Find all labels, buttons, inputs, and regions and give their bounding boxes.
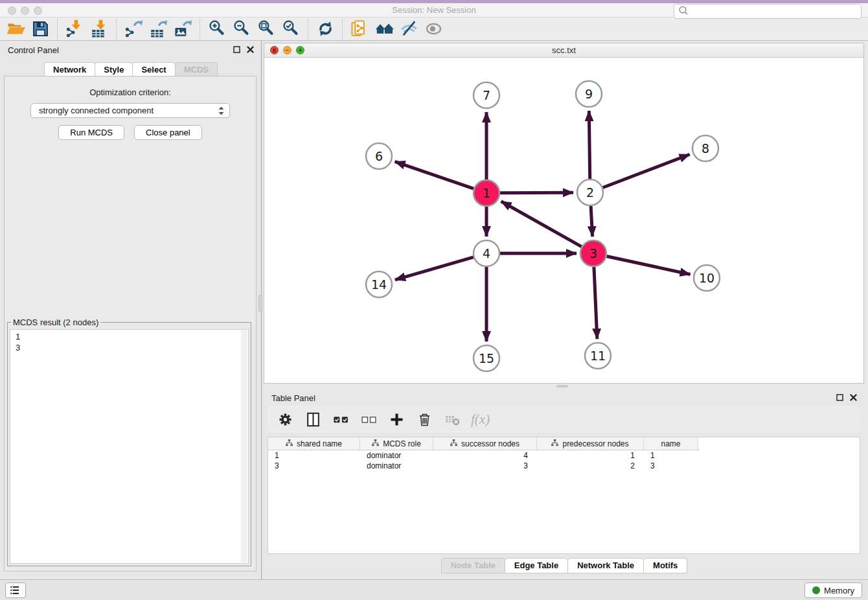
- table-cell[interactable]: 3: [433, 461, 537, 470]
- table-row[interactable]: 1dominator411: [268, 450, 860, 461]
- horizontal-splitter-handle[interactable]: [556, 385, 568, 387]
- close-table-panel-icon[interactable]: [849, 393, 858, 402]
- table-cell[interactable]: 1: [268, 451, 360, 460]
- open-network-file-icon[interactable]: [347, 18, 372, 40]
- graph-edge-4-14[interactable]: [395, 257, 474, 280]
- delete-table-icon: [443, 410, 461, 428]
- delete-column-icon[interactable]: [415, 410, 433, 428]
- graph-node-3[interactable]: 3: [580, 240, 606, 266]
- graph-node-2[interactable]: 2: [577, 179, 603, 205]
- table-cell[interactable]: 2: [537, 461, 644, 470]
- node-table: shared nameMCDS rolesuccessor nodesprede…: [268, 437, 860, 554]
- table-tab-motifs[interactable]: Motifs: [643, 558, 687, 573]
- deselect-all-rows-icon[interactable]: [360, 410, 378, 428]
- zoom-out-icon[interactable]: [229, 18, 254, 40]
- zoom-fit-icon[interactable]: [254, 18, 279, 40]
- result-scrollbar[interactable]: [241, 330, 247, 562]
- task-history-button[interactable]: [5, 583, 26, 598]
- table-panel-title: Table Panel: [271, 393, 315, 403]
- graph-edge-3-1[interactable]: [501, 202, 582, 247]
- column-header-shared-name[interactable]: shared name: [268, 437, 360, 450]
- graph-node-label: 9: [585, 87, 593, 101]
- float-table-panel-icon[interactable]: [836, 393, 844, 402]
- column-header-label: predecessor nodes: [562, 439, 628, 448]
- table-cell[interactable]: 3: [268, 461, 360, 470]
- maximize-window-button[interactable]: [34, 6, 42, 15]
- horizontal-splitter[interactable]: [264, 384, 864, 389]
- import-network-icon[interactable]: [62, 18, 87, 40]
- table-tabs: Node TableEdge TableNetwork TableMotifs: [264, 558, 864, 573]
- close-panel-button[interactable]: Close panel: [134, 125, 202, 140]
- graph-edge-2-3[interactable]: [591, 206, 593, 237]
- table-tab-node-table[interactable]: Node Table: [441, 558, 505, 573]
- select-all-rows-icon[interactable]: [332, 410, 350, 428]
- add-column-icon[interactable]: [387, 410, 405, 428]
- graph-edge-2-8[interactable]: [603, 154, 690, 187]
- close-panel-icon[interactable]: [246, 45, 255, 54]
- graph-node-4[interactable]: 4: [474, 240, 499, 266]
- run-mcds-button[interactable]: Run MCDS: [58, 125, 124, 140]
- graph-node-6[interactable]: 6: [366, 143, 392, 169]
- float-panel-icon[interactable]: [233, 45, 241, 54]
- save-session-icon[interactable]: [28, 18, 52, 40]
- table-cell[interactable]: dominator: [360, 451, 433, 460]
- export-image-icon[interactable]: [170, 18, 195, 40]
- network-graph-canvas[interactable]: 7968124314101511: [264, 58, 863, 383]
- vertical-splitter-handle[interactable]: [258, 295, 262, 312]
- home-icon[interactable]: [372, 18, 396, 40]
- network-close-button[interactable]: x: [270, 46, 279, 54]
- table-tab-edge-table[interactable]: Edge Table: [505, 558, 568, 573]
- table-cell[interactable]: 4: [433, 451, 537, 460]
- column-visibility-icon[interactable]: [304, 410, 322, 428]
- graph-node-9[interactable]: 9: [576, 81, 602, 107]
- network-minimize-button[interactable]: −: [283, 46, 291, 54]
- function-builder-icon: f(x): [471, 411, 490, 428]
- open-session-icon[interactable]: [3, 18, 28, 40]
- memory-button-label: Memory: [824, 586, 854, 595]
- import-table-icon[interactable]: [87, 18, 111, 40]
- hide-graphics-details-icon[interactable]: [396, 18, 421, 40]
- column-header-MCDS-role[interactable]: MCDS role: [360, 437, 433, 450]
- zoom-in-icon[interactable]: [205, 18, 229, 40]
- search-field[interactable]: [674, 4, 862, 19]
- graph-node-1[interactable]: 1: [474, 180, 499, 206]
- table-cell[interactable]: 3: [644, 461, 698, 470]
- graph-node-11[interactable]: 11: [585, 343, 611, 369]
- control-panel: Control Panel NetworkStyleSelectMCDS Opt…: [0, 41, 262, 579]
- minimize-window-button[interactable]: [21, 6, 29, 15]
- table-cell[interactable]: 1: [537, 451, 644, 460]
- column-header-name[interactable]: name: [644, 437, 698, 450]
- graph-node-14[interactable]: 14: [366, 271, 392, 297]
- attribute-type-icon: [372, 439, 379, 448]
- export-table-icon[interactable]: [146, 18, 170, 40]
- refresh-icon[interactable]: [313, 18, 337, 40]
- table-header-row[interactable]: shared nameMCDS rolesuccessor nodesprede…: [268, 437, 700, 450]
- criterion-dropdown-value: strongly connected component: [39, 106, 154, 115]
- graph-node-8[interactable]: 8: [692, 135, 718, 161]
- network-maximize-button[interactable]: +: [296, 46, 304, 54]
- window-traffic-lights[interactable]: [8, 6, 42, 15]
- graph-edge-1-6[interactable]: [395, 161, 474, 189]
- column-header-successor-nodes[interactable]: successor nodes: [433, 437, 537, 450]
- table-row[interactable]: 3dominator323: [268, 461, 860, 471]
- criterion-dropdown[interactable]: strongly connected component: [30, 103, 230, 118]
- table-settings-icon[interactable]: [276, 410, 294, 428]
- zoom-selected-icon[interactable]: [279, 18, 303, 40]
- table-cell[interactable]: 1: [644, 451, 698, 460]
- graph-node-15[interactable]: 15: [474, 345, 499, 371]
- graph-node-10[interactable]: 10: [694, 265, 720, 291]
- network-window-titlebar[interactable]: x − + scc.txt: [264, 43, 863, 58]
- mcds-result-textarea[interactable]: 13: [10, 329, 249, 564]
- graph-edge-2-9[interactable]: [589, 111, 589, 179]
- table-tab-network-table[interactable]: Network Table: [567, 558, 644, 573]
- graph-edge-3-11[interactable]: [594, 267, 597, 339]
- export-network-icon[interactable]: [121, 18, 146, 40]
- search-input[interactable]: [689, 5, 861, 17]
- graph-edge-3-10[interactable]: [607, 256, 691, 274]
- graph-node-7[interactable]: 7: [474, 82, 499, 108]
- column-header-predecessor-nodes[interactable]: predecessor nodes: [537, 437, 644, 450]
- close-window-button[interactable]: [8, 6, 16, 15]
- table-cell[interactable]: dominator: [360, 461, 433, 470]
- memory-button[interactable]: Memory: [805, 583, 862, 598]
- graph-edge-1-2[interactable]: [500, 192, 573, 193]
